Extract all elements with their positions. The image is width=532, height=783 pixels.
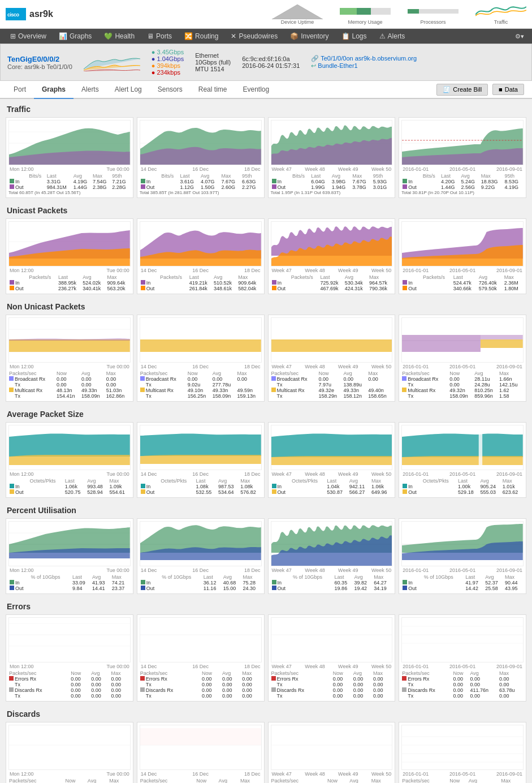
discards-charts: Mon 12:00Tue 00:00 Packets/secNowAvgMax …: [6, 722, 526, 783]
memory-stat: Memory Usage: [340, 3, 391, 25]
unicast-area-1: [8, 221, 131, 266]
processors-label: Processors: [408, 19, 459, 25]
discards-title: Discards: [6, 709, 526, 719]
nav-health[interactable]: 💚 Health: [98, 29, 140, 44]
disc-chart-3: Week 47Week 48Week 49Week 50 Packets/sec…: [268, 722, 396, 783]
svg-rect-31: [9, 339, 130, 352]
routing-label: Routing: [195, 32, 218, 40]
nav-routing[interactable]: 🔀 Routing: [179, 29, 224, 44]
utilisation-title: Percent Utilisation: [6, 506, 526, 515]
nav-inventory[interactable]: 📦 Inventory: [284, 29, 334, 44]
logs-icon: 📋: [341, 32, 350, 40]
nu-area-3: [271, 317, 393, 363]
nav-pseudowires[interactable]: ✕ Pseudowires: [225, 29, 283, 44]
unicast-chart-3: Week 47Week 48Week 49Week 50 Packets/sLa…: [268, 218, 396, 294]
util-area-2: [140, 521, 262, 566]
err-area-1: [8, 617, 131, 662]
graphs-icon: 📊: [59, 32, 67, 40]
create-bill-button[interactable]: 🧾 Create Bill: [436, 84, 488, 96]
disc-area-3: [271, 725, 393, 770]
svg-rect-35: [176, 321, 183, 339]
unicast-area-4: [401, 221, 524, 266]
device-uptime-stat: Device Uptime: [272, 3, 323, 25]
svg-rect-39: [271, 339, 392, 352]
data-button[interactable]: ■ Data: [492, 84, 524, 95]
svg-rect-80: [140, 728, 261, 745]
interface-links: 🔗 Te0/1/0/0on asr9k-b.observium.org ↩ Bu…: [311, 55, 417, 70]
util-chart-3: Week 47Week 48Week 49Week 50 % of 10Gbps…: [268, 518, 396, 594]
nav-logs[interactable]: 📋 Logs: [336, 29, 373, 44]
traffic-xlabels-3: Week 47Week 48Week 49Week 50: [271, 166, 393, 172]
err-area-4: [401, 617, 524, 662]
interface-mac: 6c:9c:ed:6f:16:0a 2016-06-24 01:57:31: [242, 55, 300, 69]
routing-icon: 🔀: [184, 32, 193, 40]
nav-gear[interactable]: ⚙▾: [512, 29, 527, 44]
unicast-area-3: [271, 221, 393, 266]
unicast-charts: Mon 12:00Tue 00:00 Packets/sLastAvgMax I…: [6, 218, 526, 294]
tab-sensors[interactable]: Sensors: [150, 81, 191, 99]
disc-chart-2: 14 Dec16 Dec18 Dec Packets/secNowAvgMax …: [137, 722, 265, 783]
pseudowires-icon: ✕: [231, 32, 236, 40]
nav-ports[interactable]: 🖥 Ports: [141, 29, 178, 44]
cisco-icon: cisco: [6, 8, 26, 20]
ap-area-4: [401, 425, 524, 470]
tab-realtime[interactable]: Real time: [191, 81, 235, 99]
traffic-title: Traffic: [6, 105, 526, 114]
svg-rect-40: [295, 321, 300, 339]
traffic-chart-area-3: [271, 120, 393, 165]
tab-alerts[interactable]: Alerts: [73, 81, 107, 99]
traffic-label: Traffic: [475, 19, 526, 25]
disc-chart-4: 2016-01-012016-05-012016-09-01 Packets/s…: [399, 722, 526, 783]
svg-rect-41: [331, 321, 336, 339]
link2[interactable]: Bundle-Ether1: [318, 62, 357, 69]
discards-section: Discards Mon 12:00Tue 00:00 Packets/secN…: [6, 709, 526, 783]
health-label: Health: [115, 32, 135, 40]
tab-eventlog[interactable]: Eventlog: [235, 81, 277, 99]
nav-bar: ⊞ Overview 📊 Graphs 💚 Health 🖥 Ports 🔀 R…: [0, 29, 532, 44]
interface-ethernet: Ethernet 10Gbps (full) MTU 1514: [195, 52, 231, 72]
traffic-chart-month: Week 47Week 48Week 49Week 50 Bits/sLastA…: [268, 117, 396, 198]
unicast-area-2: [140, 221, 262, 266]
interface-core: Core: asr9k-b Te0/1/0/0: [7, 63, 72, 70]
svg-marker-2: [272, 5, 323, 19]
disc-area-4: [401, 725, 524, 770]
nav-overview[interactable]: ⊞ Overview: [5, 29, 52, 44]
tab-alert-log[interactable]: Alert Log: [107, 81, 150, 99]
util-area-1: [8, 521, 131, 566]
avgpacket-charts: Mon 12:00Tue 00:00 Octets/PktsLastAvgMax…: [6, 422, 526, 498]
traffic-stats-4: Bits/sLastAvgMax95th In4.20G5.24G18.83G8…: [401, 173, 524, 195]
nonunicast-section: Non Unicast Packets Mon 12:00Tue 00:: [6, 302, 526, 402]
interface-name: TenGigE0/0/0/2: [7, 55, 72, 63]
overview-icon: ⊞: [10, 32, 16, 40]
processors-stat: Processors: [408, 3, 459, 25]
traffic-chart-week: 14 Dec16 Dec18 Dec Bits/sLastAvgMax95th …: [137, 117, 265, 198]
ap-chart-1: Mon 12:00Tue 00:00 Octets/PktsLastAvgMax…: [6, 422, 133, 498]
svg-rect-36: [213, 321, 219, 339]
svg-rect-47: [481, 335, 523, 339]
err-chart-3: Week 47Week 48Week 49Week 50 Packets/sec…: [268, 614, 396, 702]
avgpacket-section: Average Packet Size Mon 12:00Tue 00:00 O…: [6, 410, 526, 498]
tab-port[interactable]: Port: [6, 81, 34, 99]
ap-area-1: [8, 425, 131, 470]
avgpacket-title: Average Packet Size: [6, 410, 526, 419]
tab-bar: Port Graphs Alerts Alert Log Sensors Rea…: [0, 81, 532, 99]
err-area-3: [271, 617, 393, 662]
traffic-chart-day: Mon 12:00Tue 00:00 Bits/sLastAvgMax95th …: [6, 117, 133, 198]
traffic-stats-2: Bits/sLastAvgMax95th In3.61G4.07G7.67G6.…: [140, 173, 262, 195]
nav-graphs[interactable]: 📊 Graphs: [53, 29, 97, 44]
link1[interactable]: Te0/1/0/0on asr9k-b.observium.org: [321, 55, 417, 62]
ap-chart-4: 2016-01-012016-05-012016-09-01 Octets/Pk…: [399, 422, 526, 498]
interface-info: TenGigE0/0/0/2 Core: asr9k-b Te0/1/0/0: [7, 55, 72, 70]
tab-items: Port Graphs Alerts Alert Log Sensors Rea…: [6, 81, 277, 98]
ap-chart-3: Week 47Week 48Week 49Week 50 Octets/Pkts…: [268, 422, 396, 498]
disc-chart-1: Mon 12:00Tue 00:00 Packets/secNowAvgMax …: [6, 722, 133, 783]
tab-graphs[interactable]: Graphs: [34, 81, 73, 99]
data-icon: ■: [499, 86, 503, 93]
nu-chart-1: Mon 12:00Tue 00:00 Packets/secNowAvgMax …: [6, 315, 133, 402]
traffic-xlabels-2: 14 Dec16 Dec18 Dec: [140, 166, 262, 172]
disc-area-2: [140, 725, 262, 770]
traffic-chart-year: 2016-01-012016-05-012016-09-01 Bits/sLas…: [399, 117, 526, 198]
err-chart-4: 2016-01-012016-05-012016-09-01 Packets/s…: [399, 614, 526, 702]
nu-area-4: [401, 317, 524, 363]
nav-alerts[interactable]: ⚠ Alerts: [374, 29, 411, 44]
